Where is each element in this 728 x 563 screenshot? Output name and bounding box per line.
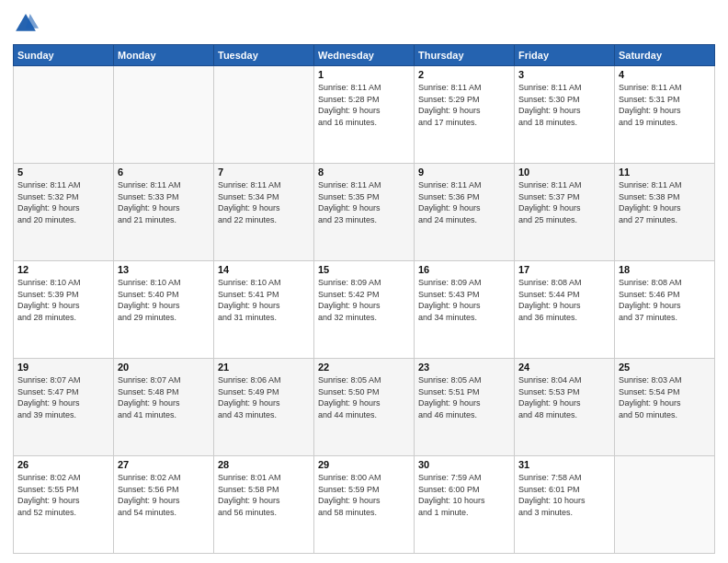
weekday-header: Wednesday	[314, 45, 415, 66]
day-info: Sunrise: 8:10 AM Sunset: 5:41 PM Dayligh…	[218, 277, 310, 323]
calendar-header-row: SundayMondayTuesdayWednesdayThursdayFrid…	[14, 45, 715, 66]
calendar-week-row: 12Sunrise: 8:10 AM Sunset: 5:39 PM Dayli…	[14, 261, 715, 359]
day-info: Sunrise: 8:01 AM Sunset: 5:58 PM Dayligh…	[218, 472, 310, 518]
day-info: Sunrise: 8:02 AM Sunset: 5:56 PM Dayligh…	[118, 472, 210, 518]
day-info: Sunrise: 8:07 AM Sunset: 5:48 PM Dayligh…	[118, 374, 210, 420]
calendar-cell: 15Sunrise: 8:09 AM Sunset: 5:42 PM Dayli…	[314, 261, 415, 359]
day-number: 17	[518, 264, 610, 275]
calendar-cell: 30Sunrise: 7:59 AM Sunset: 6:00 PM Dayli…	[415, 456, 515, 554]
weekday-header: Monday	[114, 45, 214, 66]
day-info: Sunrise: 8:11 AM Sunset: 5:32 PM Dayligh…	[17, 179, 109, 225]
day-info: Sunrise: 8:05 AM Sunset: 5:50 PM Dayligh…	[318, 374, 410, 420]
calendar-cell	[214, 66, 314, 164]
weekday-header: Thursday	[415, 45, 515, 66]
day-number: 24	[518, 362, 610, 373]
weekday-header: Tuesday	[214, 45, 314, 66]
day-number: 11	[619, 167, 711, 178]
day-info: Sunrise: 8:00 AM Sunset: 5:59 PM Dayligh…	[318, 472, 410, 518]
calendar-week-row: 1Sunrise: 8:11 AM Sunset: 5:28 PM Daylig…	[14, 66, 715, 164]
calendar-cell: 16Sunrise: 8:09 AM Sunset: 5:43 PM Dayli…	[415, 261, 515, 359]
calendar-cell: 12Sunrise: 8:10 AM Sunset: 5:39 PM Dayli…	[14, 261, 114, 359]
day-number: 2	[418, 69, 510, 80]
calendar-cell: 24Sunrise: 8:04 AM Sunset: 5:53 PM Dayli…	[515, 359, 615, 456]
day-info: Sunrise: 8:11 AM Sunset: 5:31 PM Dayligh…	[619, 82, 711, 128]
day-info: Sunrise: 7:58 AM Sunset: 6:01 PM Dayligh…	[518, 472, 610, 518]
day-info: Sunrise: 8:06 AM Sunset: 5:49 PM Dayligh…	[218, 374, 310, 420]
calendar-cell	[615, 456, 715, 554]
weekday-header: Saturday	[615, 45, 715, 66]
calendar-cell: 9Sunrise: 8:11 AM Sunset: 5:36 PM Daylig…	[415, 164, 515, 261]
day-info: Sunrise: 8:09 AM Sunset: 5:43 PM Dayligh…	[418, 277, 510, 323]
day-number: 31	[518, 459, 610, 470]
calendar-cell: 26Sunrise: 8:02 AM Sunset: 5:55 PM Dayli…	[14, 456, 114, 554]
day-number: 28	[218, 459, 310, 470]
day-number: 6	[118, 167, 210, 178]
day-number: 10	[518, 167, 610, 178]
day-number: 1	[318, 69, 410, 80]
calendar-cell: 3Sunrise: 8:11 AM Sunset: 5:30 PM Daylig…	[515, 66, 615, 164]
calendar-cell: 20Sunrise: 8:07 AM Sunset: 5:48 PM Dayli…	[114, 359, 214, 456]
calendar-cell: 6Sunrise: 8:11 AM Sunset: 5:33 PM Daylig…	[114, 164, 214, 261]
day-number: 29	[318, 459, 410, 470]
calendar-cell: 28Sunrise: 8:01 AM Sunset: 5:58 PM Dayli…	[214, 456, 314, 554]
calendar-cell: 18Sunrise: 8:08 AM Sunset: 5:46 PM Dayli…	[615, 261, 715, 359]
day-info: Sunrise: 8:07 AM Sunset: 5:47 PM Dayligh…	[17, 374, 109, 420]
day-number: 16	[418, 264, 510, 275]
calendar-cell: 31Sunrise: 7:58 AM Sunset: 6:01 PM Dayli…	[515, 456, 615, 554]
day-number: 26	[17, 459, 109, 470]
calendar-cell	[14, 66, 114, 164]
header	[13, 11, 715, 37]
day-number: 22	[318, 362, 410, 373]
calendar-table: SundayMondayTuesdayWednesdayThursdayFrid…	[13, 44, 715, 554]
day-info: Sunrise: 8:10 AM Sunset: 5:40 PM Dayligh…	[118, 277, 210, 323]
page: SundayMondayTuesdayWednesdayThursdayFrid…	[0, 0, 728, 563]
calendar-cell: 2Sunrise: 8:11 AM Sunset: 5:29 PM Daylig…	[415, 66, 515, 164]
calendar-cell: 13Sunrise: 8:10 AM Sunset: 5:40 PM Dayli…	[114, 261, 214, 359]
calendar-cell: 19Sunrise: 8:07 AM Sunset: 5:47 PM Dayli…	[14, 359, 114, 456]
calendar-cell: 7Sunrise: 8:11 AM Sunset: 5:34 PM Daylig…	[214, 164, 314, 261]
day-number: 3	[518, 69, 610, 80]
day-number: 18	[619, 264, 711, 275]
calendar-cell: 4Sunrise: 8:11 AM Sunset: 5:31 PM Daylig…	[615, 66, 715, 164]
day-number: 9	[418, 167, 510, 178]
calendar-cell	[114, 66, 214, 164]
calendar-cell: 27Sunrise: 8:02 AM Sunset: 5:56 PM Dayli…	[114, 456, 214, 554]
day-number: 27	[118, 459, 210, 470]
calendar-cell: 14Sunrise: 8:10 AM Sunset: 5:41 PM Dayli…	[214, 261, 314, 359]
calendar-cell: 10Sunrise: 8:11 AM Sunset: 5:37 PM Dayli…	[515, 164, 615, 261]
calendar-cell: 8Sunrise: 8:11 AM Sunset: 5:35 PM Daylig…	[314, 164, 415, 261]
weekday-header: Sunday	[14, 45, 114, 66]
calendar-cell: 11Sunrise: 8:11 AM Sunset: 5:38 PM Dayli…	[615, 164, 715, 261]
day-info: Sunrise: 8:05 AM Sunset: 5:51 PM Dayligh…	[418, 374, 510, 420]
day-info: Sunrise: 8:11 AM Sunset: 5:29 PM Dayligh…	[418, 82, 510, 128]
day-info: Sunrise: 8:11 AM Sunset: 5:35 PM Dayligh…	[318, 179, 410, 225]
day-number: 14	[218, 264, 310, 275]
logo-icon	[13, 11, 39, 37]
calendar-week-row: 26Sunrise: 8:02 AM Sunset: 5:55 PM Dayli…	[14, 456, 715, 554]
day-info: Sunrise: 8:09 AM Sunset: 5:42 PM Dayligh…	[318, 277, 410, 323]
day-number: 5	[17, 167, 109, 178]
calendar-cell: 23Sunrise: 8:05 AM Sunset: 5:51 PM Dayli…	[415, 359, 515, 456]
calendar-week-row: 19Sunrise: 8:07 AM Sunset: 5:47 PM Dayli…	[14, 359, 715, 456]
day-info: Sunrise: 8:10 AM Sunset: 5:39 PM Dayligh…	[17, 277, 109, 323]
calendar-cell: 17Sunrise: 8:08 AM Sunset: 5:44 PM Dayli…	[515, 261, 615, 359]
day-info: Sunrise: 8:11 AM Sunset: 5:37 PM Dayligh…	[518, 179, 610, 225]
calendar-cell: 29Sunrise: 8:00 AM Sunset: 5:59 PM Dayli…	[314, 456, 415, 554]
day-number: 15	[318, 264, 410, 275]
day-info: Sunrise: 8:11 AM Sunset: 5:28 PM Dayligh…	[318, 82, 410, 128]
calendar-week-row: 5Sunrise: 8:11 AM Sunset: 5:32 PM Daylig…	[14, 164, 715, 261]
calendar-cell: 21Sunrise: 8:06 AM Sunset: 5:49 PM Dayli…	[214, 359, 314, 456]
day-number: 25	[619, 362, 711, 373]
day-number: 13	[118, 264, 210, 275]
day-number: 12	[17, 264, 109, 275]
day-info: Sunrise: 8:03 AM Sunset: 5:54 PM Dayligh…	[619, 374, 711, 420]
day-info: Sunrise: 7:59 AM Sunset: 6:00 PM Dayligh…	[418, 472, 510, 518]
day-info: Sunrise: 8:08 AM Sunset: 5:46 PM Dayligh…	[619, 277, 711, 323]
calendar-cell: 5Sunrise: 8:11 AM Sunset: 5:32 PM Daylig…	[14, 164, 114, 261]
calendar-cell: 22Sunrise: 8:05 AM Sunset: 5:50 PM Dayli…	[314, 359, 415, 456]
logo	[13, 11, 42, 37]
day-number: 21	[218, 362, 310, 373]
day-number: 7	[218, 167, 310, 178]
calendar-cell: 25Sunrise: 8:03 AM Sunset: 5:54 PM Dayli…	[615, 359, 715, 456]
day-info: Sunrise: 8:11 AM Sunset: 5:33 PM Dayligh…	[118, 179, 210, 225]
